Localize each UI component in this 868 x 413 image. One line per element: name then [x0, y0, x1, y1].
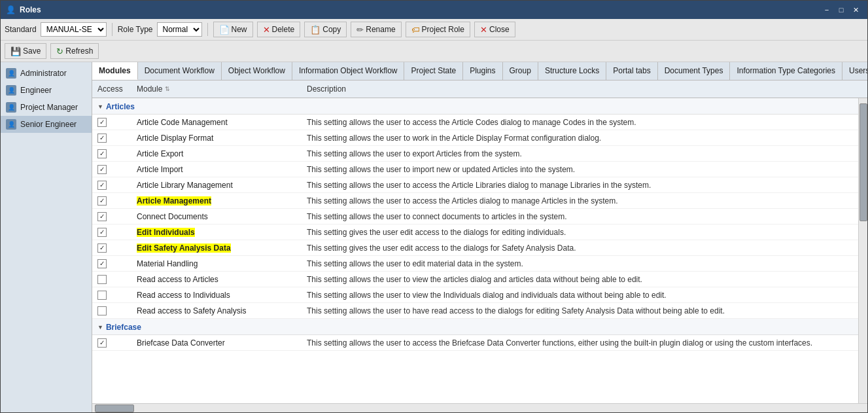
row-checkbox[interactable]: [97, 243, 107, 253]
td-description: This setting allows the user to work in …: [302, 132, 858, 144]
rename-label: Rename: [366, 25, 395, 34]
rename-button[interactable]: ✏ Rename: [351, 22, 401, 37]
table-row: Edit IndividualsThis setting gives the u…: [92, 224, 858, 240]
td-description: This setting allows the user to access t…: [302, 195, 858, 207]
sidebar-label-senior-engineer: Senior Engineer: [20, 120, 77, 129]
tab-information-object-workflow[interactable]: Information Object Workflow: [292, 62, 405, 80]
tab-users[interactable]: Users: [842, 62, 867, 80]
table-row: Connect DocumentsThis setting allows the…: [92, 209, 858, 224]
sidebar-label-administrator: Administrator: [20, 69, 67, 78]
main-window: 👤 Roles − □ ✕ Standard MANUAL-SE Role Ty…: [0, 0, 868, 413]
tab-modules[interactable]: Modules: [92, 62, 138, 80]
briefcase-rows: Briefcase Data ConverterThis setting all…: [92, 335, 858, 351]
close-button[interactable]: ✕: [849, 3, 862, 16]
header-access[interactable]: Access: [92, 83, 131, 95]
module-name-highlighted: Edit Individuals: [137, 228, 195, 237]
sidebar-item-project-manager[interactable]: 👤 Project Manager: [1, 99, 92, 116]
manual-se-dropdown[interactable]: MANUAL-SE: [41, 22, 107, 37]
project-manager-icon: 👤: [6, 102, 16, 113]
table-row: Read access to ArticlesThis setting allo…: [92, 272, 858, 287]
td-access: [92, 117, 131, 128]
header-module[interactable]: Module ⇅: [131, 83, 302, 95]
sidebar-item-senior-engineer[interactable]: 👤 Senior Engineer: [1, 116, 92, 133]
row-checkbox[interactable]: [97, 306, 107, 315]
normal-dropdown[interactable]: Normal: [157, 22, 202, 37]
row-checkbox[interactable]: [97, 118, 107, 127]
module-name: Article Code Management: [131, 117, 302, 128]
row-checkbox[interactable]: [97, 181, 107, 190]
td-description: This setting allows the user to access t…: [302, 179, 858, 191]
refresh-button[interactable]: ↻ Refresh: [50, 43, 99, 59]
table-row: Briefcase Data ConverterThis setting all…: [92, 335, 858, 351]
vertical-scrollbar[interactable]: [858, 98, 867, 403]
table-scroll[interactable]: ▼ Articles Article Code ManagementThis s…: [92, 98, 858, 403]
module-name: Briefcase Data Converter: [131, 337, 302, 349]
tab-project-state[interactable]: Project State: [404, 62, 463, 80]
row-checkbox[interactable]: [97, 212, 107, 221]
tab-group[interactable]: Group: [503, 62, 538, 80]
project-role-icon: 🏷: [411, 25, 420, 35]
collapse-briefcase-icon[interactable]: ▼: [97, 324, 103, 331]
row-checkbox[interactable]: [97, 196, 107, 206]
window-title: Roles: [20, 5, 41, 14]
tab-information-type-categories[interactable]: Information Type Categories: [730, 62, 842, 80]
td-module: Edit Individuals: [131, 226, 302, 238]
close-button-toolbar[interactable]: ✕ Close: [474, 22, 515, 37]
td-description: This setting gives the user edit access …: [302, 226, 858, 238]
td-access: [92, 274, 131, 285]
table-row: Read access to Safety AnalysisThis setti…: [92, 303, 858, 319]
copy-button[interactable]: 📋 Copy: [304, 22, 347, 37]
tab-document-types[interactable]: Document Types: [658, 62, 731, 80]
save-button[interactable]: 💾 Save: [5, 43, 46, 59]
row-checkbox[interactable]: [97, 228, 107, 237]
window-icon: 👤: [6, 5, 16, 14]
sidebar-item-engineer[interactable]: 👤 Engineer: [1, 82, 92, 99]
scrollbar-thumb[interactable]: [859, 103, 867, 221]
td-access: [92, 226, 131, 238]
new-button[interactable]: 📄 New: [213, 22, 253, 37]
tab-object-workflow[interactable]: Object Workflow: [222, 62, 292, 80]
section-articles[interactable]: ▼ Articles: [92, 98, 858, 115]
td-access: [92, 148, 131, 160]
tab-plugins[interactable]: Plugins: [463, 62, 502, 80]
row-checkbox[interactable]: [97, 338, 107, 348]
td-access: [92, 258, 131, 270]
sort-icon: ⇅: [165, 86, 170, 92]
module-name: Article Library Management: [131, 179, 302, 191]
row-checkbox[interactable]: [97, 165, 107, 174]
sidebar: 👤 Administrator 👤 Engineer 👤 Project Man…: [1, 62, 92, 412]
tab-document-workflow[interactable]: Document Workflow: [138, 62, 222, 80]
engineer-icon: 👤: [6, 85, 16, 96]
section-briefcase[interactable]: ▼ Briefcase: [92, 319, 858, 335]
scrollbar-h-thumb[interactable]: [95, 404, 134, 412]
row-checkbox[interactable]: [97, 275, 107, 284]
row-checkbox[interactable]: [97, 149, 107, 158]
tab-portal-tabs[interactable]: Portal tabs: [606, 62, 657, 80]
td-description: This setting allows the user to view the…: [302, 289, 858, 301]
horizontal-scrollbar[interactable]: [92, 403, 867, 412]
administrator-icon: 👤: [6, 68, 16, 79]
tab-structure-locks[interactable]: Structure Locks: [538, 62, 606, 80]
rename-icon: ✏: [356, 25, 364, 35]
section-articles-label: Articles: [106, 102, 135, 111]
delete-button[interactable]: ✕ Delete: [257, 22, 301, 37]
copy-label: Copy: [322, 25, 341, 34]
main-area: 👤 Administrator 👤 Engineer 👤 Project Man…: [1, 62, 867, 412]
role-type-label: Role Type: [118, 25, 153, 34]
td-description: This setting allows the user to connect …: [302, 211, 858, 223]
maximize-button[interactable]: □: [835, 3, 848, 16]
module-name: Material Handling: [131, 258, 302, 270]
sidebar-item-administrator[interactable]: 👤 Administrator: [1, 65, 92, 82]
separator2: [207, 23, 208, 36]
td-description: This setting allows the user to access t…: [302, 117, 858, 128]
project-role-button[interactable]: 🏷 Project Role: [406, 22, 470, 37]
row-checkbox[interactable]: [97, 259, 107, 268]
project-role-label: Project Role: [422, 25, 464, 34]
minimize-button[interactable]: −: [820, 3, 833, 16]
td-access: [92, 242, 131, 254]
row-checkbox[interactable]: [97, 291, 107, 300]
collapse-articles-icon[interactable]: ▼: [97, 103, 103, 110]
content-area: Modules Document Workflow Object Workflo…: [92, 62, 867, 412]
row-checkbox[interactable]: [97, 134, 107, 143]
table-row: Article ExportThis setting allows the us…: [92, 146, 858, 162]
